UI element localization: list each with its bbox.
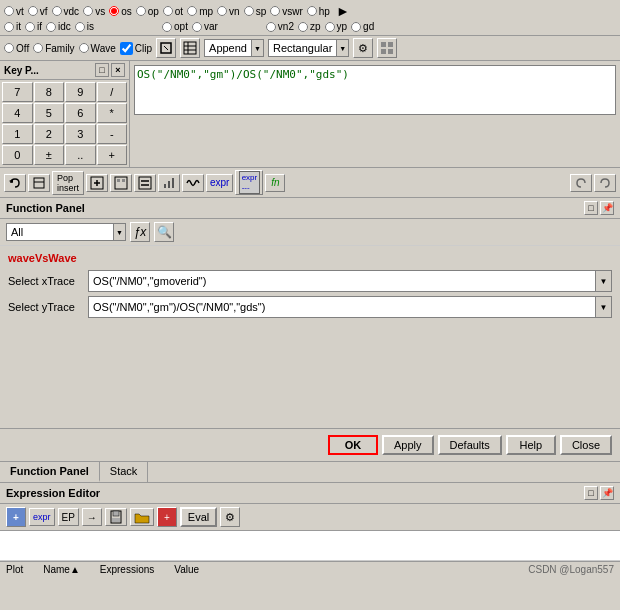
radio-vs[interactable]: vs bbox=[83, 6, 105, 17]
recall-btn[interactable] bbox=[28, 174, 50, 192]
pop-insert-btn[interactable]: Popinsert bbox=[52, 171, 84, 195]
key-2[interactable]: 2 bbox=[34, 124, 65, 144]
settings-icon[interactable]: ⚙ bbox=[353, 38, 373, 58]
key-1[interactable]: 1 bbox=[2, 124, 33, 144]
radio-sp[interactable]: sp bbox=[244, 6, 267, 17]
expr-editor-open-icon[interactable] bbox=[130, 508, 154, 526]
append-dropdown[interactable]: Append ▼ bbox=[204, 39, 264, 57]
tab-function-panel[interactable]: Function Panel bbox=[0, 462, 100, 482]
key-7[interactable]: 7 bbox=[2, 82, 33, 102]
radio-zp[interactable]: zp bbox=[298, 21, 321, 32]
eval-button[interactable]: Eval bbox=[180, 507, 217, 527]
key-multiply[interactable]: * bbox=[97, 103, 128, 123]
key-plus[interactable]: + bbox=[97, 145, 128, 165]
expr-editor-ep-btn[interactable]: EP bbox=[58, 508, 79, 526]
radio-wave[interactable]: Wave bbox=[79, 43, 116, 54]
key-5[interactable]: 5 bbox=[34, 103, 65, 123]
search-icon[interactable]: 🔍 bbox=[154, 222, 174, 242]
key-3[interactable]: 3 bbox=[65, 124, 96, 144]
panel-float-icon[interactable]: □ bbox=[95, 63, 109, 77]
radio-os[interactable]: os bbox=[109, 6, 132, 17]
append-dropdown-arrow[interactable]: ▼ bbox=[251, 40, 263, 56]
y-trace-dropdown-btn[interactable]: ▼ bbox=[595, 297, 611, 317]
rectangular-dropdown-arrow[interactable]: ▼ bbox=[336, 40, 348, 56]
close-button[interactable]: Close bbox=[560, 435, 612, 455]
key-dot[interactable]: .. bbox=[65, 145, 96, 165]
radio-idc[interactable]: idc bbox=[46, 21, 71, 32]
key-4[interactable]: 4 bbox=[2, 103, 33, 123]
radio-is[interactable]: is bbox=[75, 21, 94, 32]
radio-if[interactable]: if bbox=[25, 21, 42, 32]
grid-icon[interactable] bbox=[377, 38, 397, 58]
cut-btn[interactable] bbox=[134, 174, 156, 192]
expr-editor-add-icon[interactable]: + bbox=[6, 507, 26, 527]
ok-button[interactable]: OK bbox=[328, 435, 378, 455]
radio-vn[interactable]: vn bbox=[217, 6, 240, 17]
fn-btn[interactable]: fn bbox=[265, 174, 285, 192]
apply-button[interactable]: Apply bbox=[382, 435, 434, 455]
expression-area: OS("/NM0","gm")/OS("/NM0","gds") bbox=[130, 61, 620, 167]
watermark: CSDN @Logan557 bbox=[528, 564, 614, 575]
radio-it[interactable]: it bbox=[4, 21, 21, 32]
redo-fwd-btn[interactable] bbox=[594, 174, 616, 192]
category-dropdown[interactable]: All ▼ bbox=[6, 223, 126, 241]
radio-vdc[interactable]: vdc bbox=[52, 6, 80, 17]
radio-hp[interactable]: hp bbox=[307, 6, 330, 17]
y-trace-input-wrap: ▼ bbox=[88, 296, 612, 318]
clip-icon[interactable] bbox=[156, 38, 176, 58]
radio-var[interactable]: var bbox=[192, 21, 218, 32]
radio-mp[interactable]: mp bbox=[187, 6, 213, 17]
undo-btn[interactable] bbox=[4, 174, 26, 192]
radio-op[interactable]: op bbox=[136, 6, 159, 17]
radio-gd[interactable]: gd bbox=[351, 21, 374, 32]
arrow-right-icon[interactable]: ► bbox=[336, 3, 350, 19]
radio-yp[interactable]: yp bbox=[325, 21, 348, 32]
key-panel-header: Key P... □ × bbox=[0, 61, 129, 80]
expr-editor-arrow-btn[interactable]: → bbox=[82, 508, 102, 526]
x-trace-dropdown-btn[interactable]: ▼ bbox=[595, 271, 611, 291]
expr-editor-pin-icon[interactable]: 📌 bbox=[600, 486, 614, 500]
key-9[interactable]: 9 bbox=[65, 82, 96, 102]
insert-btn[interactable] bbox=[86, 174, 108, 192]
x-trace-input[interactable] bbox=[89, 273, 595, 289]
expr-editor-plus-icon[interactable]: + bbox=[157, 507, 177, 527]
key-6[interactable]: 6 bbox=[65, 103, 96, 123]
panel-pin-icon[interactable]: 📌 bbox=[600, 201, 614, 215]
expression-input[interactable]: OS("/NM0","gm")/OS("/NM0","gds") bbox=[134, 65, 616, 115]
radio-vt[interactable]: vt bbox=[4, 6, 24, 17]
expr-table-btn[interactable]: expr--- bbox=[235, 170, 263, 195]
another-btn[interactable] bbox=[110, 174, 132, 192]
fx-icon[interactable]: ƒx bbox=[130, 222, 150, 242]
expr-editor-maximize-icon[interactable]: □ bbox=[584, 486, 598, 500]
key-divide[interactable]: / bbox=[97, 82, 128, 102]
bars-btn[interactable] bbox=[158, 174, 180, 192]
radio-opt[interactable]: opt bbox=[162, 21, 188, 32]
expr-editor-gear-icon[interactable]: ⚙ bbox=[220, 507, 240, 527]
category-dropdown-arrow[interactable]: ▼ bbox=[113, 224, 125, 240]
y-trace-input[interactable] bbox=[89, 299, 595, 315]
defaults-button[interactable]: Defaults bbox=[438, 435, 502, 455]
tab-stack[interactable]: Stack bbox=[100, 462, 149, 482]
key-0[interactable]: 0 bbox=[2, 145, 33, 165]
waves-btn[interactable] bbox=[182, 174, 204, 192]
key-8[interactable]: 8 bbox=[34, 82, 65, 102]
panel-maximize-icon[interactable]: □ bbox=[584, 201, 598, 215]
main-area: Key P... □ × 7 8 9 / 4 5 6 * 1 2 3 - 0 ±… bbox=[0, 61, 620, 168]
radio-off[interactable]: Off bbox=[4, 43, 29, 54]
expr-editor-expr-icon[interactable]: expr bbox=[29, 508, 55, 526]
redo-back-btn[interactable] bbox=[570, 174, 592, 192]
panel-close-icon[interactable]: × bbox=[111, 63, 125, 77]
key-plusminus[interactable]: ± bbox=[34, 145, 65, 165]
radio-vf[interactable]: vf bbox=[28, 6, 48, 17]
expr-icon-btn[interactable]: expr bbox=[206, 174, 233, 192]
radio-clip[interactable]: Clip bbox=[120, 42, 152, 55]
help-button[interactable]: Help bbox=[506, 435, 556, 455]
table-icon[interactable] bbox=[180, 38, 200, 58]
radio-family[interactable]: Family bbox=[33, 43, 74, 54]
radio-ot[interactable]: ot bbox=[163, 6, 183, 17]
expr-editor-save-icon[interactable] bbox=[105, 508, 127, 526]
key-minus[interactable]: - bbox=[97, 124, 128, 144]
radio-vswr[interactable]: vswr bbox=[270, 6, 303, 17]
rectangular-dropdown[interactable]: Rectangular ▼ bbox=[268, 39, 349, 57]
radio-vn2[interactable]: vn2 bbox=[266, 21, 294, 32]
